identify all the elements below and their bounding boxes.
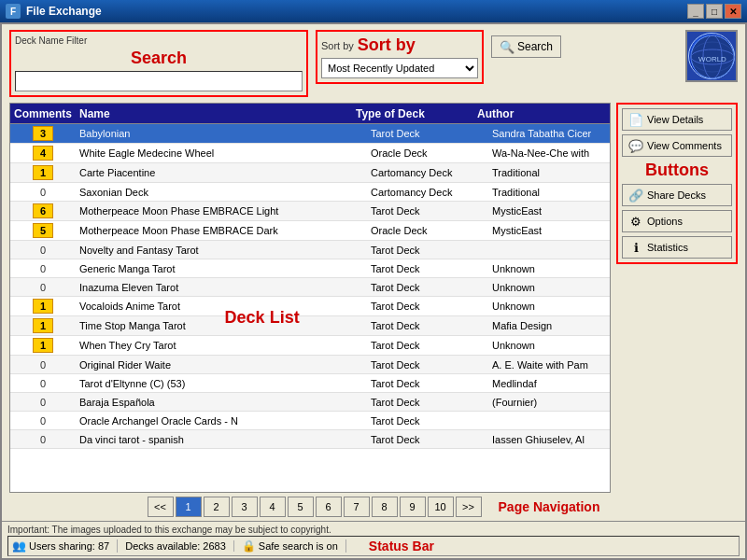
sortby-text-label: Sort by [321, 40, 354, 51]
table-row[interactable]: 0Novelty and Fantasy TarotTarot Deck [10, 241, 610, 259]
status-bar: 👥 Users sharing: 87 Decks available: 268… [7, 536, 740, 556]
status-safe-search: 🔒 Safe search is on [242, 539, 346, 553]
comments-icon: 💬 [628, 138, 643, 153]
table-row[interactable]: 0Original Rider WaiteTarot DeckA. E. Wai… [10, 356, 610, 374]
type-cell: Tarot Deck [367, 376, 488, 391]
author-cell: MysticEast [488, 223, 610, 238]
name-cell: Novelty and Fantasy Tarot [76, 243, 367, 258]
author-cell: Unknown [488, 338, 610, 353]
table-row[interactable]: 0Da vinci tarot - spanishTarot DeckIasse… [10, 430, 610, 449]
page-number-btn[interactable]: 8 [372, 497, 398, 517]
status-decks: Decks available: 2683 [125, 540, 234, 552]
search-icon: 🔍 [500, 39, 514, 54]
comment-badge: 3 [33, 126, 53, 141]
window-title: File Exchange [26, 5, 102, 18]
comment-badge: 6 [33, 203, 53, 218]
author-cell [488, 419, 610, 423]
window-controls: _ □ ✕ [687, 4, 741, 19]
type-cell: Tarot Deck [367, 299, 488, 314]
name-cell: Oracle Archangel Oracle Cards - N [76, 413, 367, 428]
comment-badge: 1 [33, 165, 53, 180]
name-cell: Original Rider Waite [76, 357, 367, 372]
avatar: WORLD [685, 30, 738, 82]
comment-cell: 0 [10, 280, 76, 295]
type-cell: Tarot Deck [367, 280, 488, 295]
table-row[interactable]: 1Vocaloids Anime TarotTarot DeckUnknown [10, 297, 610, 316]
comment-badge: 1 [33, 338, 53, 353]
table-body[interactable]: 3BabylonianTarot DeckSandra Tabatha Cice… [10, 124, 610, 492]
page-number-btn[interactable]: 10 [428, 497, 454, 517]
page-number-btn[interactable]: 9 [400, 497, 426, 517]
table-row[interactable]: 0Generic Manga TarotTarot DeckUnknown [10, 259, 610, 278]
page-number-btn[interactable]: 5 [288, 497, 314, 517]
deck-list-section: Comments Name Type of Deck Author 3Babyl… [9, 103, 611, 493]
view-details-button[interactable]: 📄 View Details [622, 108, 732, 131]
type-cell: Cartomancy Deck [367, 165, 488, 180]
name-cell: Baraja Española [76, 395, 367, 410]
table-row[interactable]: 0Inazuma Eleven TarotTarot DeckUnknown [10, 278, 610, 297]
buttons-section: 📄 View Details 💬 View Comments Buttons 🔗… [616, 103, 738, 264]
author-cell: Medlindaf [488, 376, 610, 391]
comment-cell: 0 [10, 376, 76, 391]
search-input[interactable] [15, 71, 303, 91]
type-cell: Oracle Deck [367, 223, 488, 238]
safe-search-text: Safe search is on [259, 540, 338, 552]
options-label: Options [647, 216, 683, 227]
page-nav-label: Page Navigation [499, 499, 600, 514]
page-number-btn[interactable]: 7 [344, 497, 370, 517]
type-cell: Tarot Deck [367, 261, 488, 276]
sort-select[interactable]: Most Recently Updated [321, 58, 478, 78]
table-row[interactable]: 0Baraja EspañolaTarot Deck(Fournier) [10, 393, 610, 412]
page-number-btn[interactable]: 4 [260, 497, 286, 517]
comment-cell: 0 [10, 243, 76, 258]
share-decks-button[interactable]: 🔗 Share Decks [622, 184, 732, 206]
table-row[interactable]: 1Carte PiacentineCartomancy DeckTraditio… [10, 163, 610, 183]
minimize-button[interactable]: _ [687, 4, 704, 19]
page-number-btn[interactable]: 3 [232, 497, 258, 517]
table-row[interactable]: 5Motherpeace Moon Phase EMBRACE DarkOrac… [10, 221, 610, 241]
comment-cell: 0 [10, 261, 76, 276]
comment-cell: 1 [10, 316, 76, 335]
type-cell: Tarot Deck [367, 126, 488, 141]
author-cell: Traditional [488, 185, 610, 200]
app-icon: F [6, 4, 21, 19]
important-notice: Important: The images uploaded to this e… [7, 524, 740, 536]
search-button[interactable]: 🔍 Search [491, 35, 561, 58]
table-row[interactable]: 6Motherpeace Moon Phase EMBRACE LightTar… [10, 202, 610, 221]
table-row[interactable]: 0Oracle Archangel Oracle Cards - NTarot … [10, 412, 610, 430]
globe-icon: WORLD [688, 33, 735, 79]
comment-zero: 0 [40, 415, 46, 427]
comment-zero: 0 [40, 263, 46, 274]
statistics-button[interactable]: ℹ Statistics [622, 236, 732, 259]
table-row[interactable]: 0Saxonian DeckCartomancy DeckTraditional [10, 183, 610, 202]
page-number-btn[interactable]: 2 [204, 497, 230, 517]
type-cell: Cartomancy Deck [367, 185, 488, 200]
type-cell: Tarot Deck [367, 338, 488, 353]
table-row[interactable]: 1Time Stop Manga TarotTarot DeckMafia De… [10, 316, 610, 336]
author-cell: Traditional [488, 165, 610, 180]
comment-badge: 1 [33, 299, 53, 314]
table-row[interactable]: 3BabylonianTarot DeckSandra Tabatha Cice… [10, 124, 610, 144]
options-button[interactable]: ⚙ Options [622, 210, 732, 232]
comment-cell: 6 [10, 202, 76, 220]
search-label: Search [15, 49, 303, 68]
table-row[interactable]: 1When They Cry TarotTarot DeckUnknown [10, 336, 610, 356]
name-cell: Motherpeace Moon Phase EMBRACE Light [76, 203, 367, 218]
name-cell: Time Stop Manga Tarot [76, 318, 367, 333]
author-cell: Unknown [488, 261, 610, 276]
maximize-button[interactable]: □ [706, 4, 723, 19]
page-next-btn[interactable]: >> [456, 497, 482, 517]
name-cell: Vocaloids Anime Tarot [76, 299, 367, 314]
table-row[interactable]: 0Tarot d'Eltynne (C) (53)Tarot DeckMedli… [10, 374, 610, 393]
view-comments-button[interactable]: 💬 View Comments [622, 134, 732, 157]
table-row[interactable]: 4White Eagle Medecine WheelOracle DeckWa… [10, 144, 610, 163]
page-number-btn[interactable]: 6 [316, 497, 342, 517]
search-button-row: 🔍 Search [491, 32, 561, 58]
close-button[interactable]: ✕ [725, 4, 741, 19]
page-number-btn[interactable]: 1 [176, 497, 202, 517]
comment-cell: 3 [10, 124, 76, 143]
type-cell: Tarot Deck [367, 357, 488, 372]
page-prev-btn[interactable]: << [148, 497, 174, 517]
author-cell: Sandra Tabatha Cicer [488, 126, 610, 141]
sortby-section: Sort by Sort by Most Recently Updated [316, 30, 484, 84]
